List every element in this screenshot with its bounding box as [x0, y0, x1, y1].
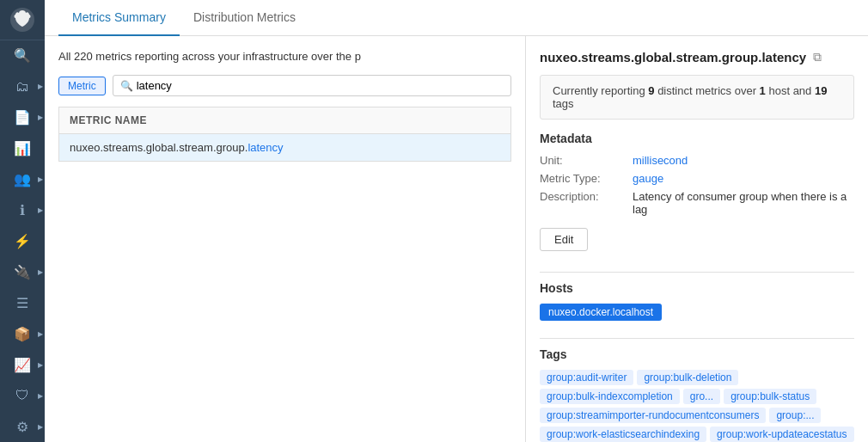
- sidebar-item-users[interactable]: 👥 ▶: [0, 164, 45, 195]
- tab-distribution-metrics[interactable]: Distribution Metrics: [180, 0, 309, 36]
- tabs-bar: Metrics Summary Distribution Metrics: [45, 0, 868, 36]
- sidebar-item-shield[interactable]: 🛡 ▶: [0, 380, 45, 411]
- unit-row: Unit: millisecond: [540, 154, 854, 167]
- unit-value[interactable]: millisecond: [633, 154, 688, 167]
- unit-label: Unit:: [540, 154, 626, 167]
- content-icon: 📄: [14, 109, 31, 126]
- distinct-count: 9: [648, 84, 654, 97]
- left-panel: All 220 metrics reporting across your in…: [45, 36, 526, 442]
- chevron-icon: ▶: [38, 175, 43, 183]
- metric-title: nuxeo.streams.global.stream.group.latenc…: [540, 50, 806, 64]
- tags-divider: [540, 338, 854, 339]
- chevron-icon: ▶: [38, 83, 43, 90]
- sidebar-item-monitor[interactable]: 📈 ▶: [0, 349, 45, 380]
- page-description: All 220 metrics reporting across your in…: [58, 50, 511, 63]
- metric-name-cell: nuxeo.streams.global.stream.group.latenc…: [59, 134, 511, 162]
- analytics-icon: 📊: [14, 140, 31, 157]
- integrations-icon: 🔌: [14, 264, 31, 280]
- sidebar-item-search[interactable]: 🔍: [0, 40, 45, 71]
- hosts-section-title: Hosts: [540, 281, 854, 295]
- metrics-table: METRIC NAME nuxeo.streams.global.stream.…: [58, 107, 511, 162]
- description-value: Latency of consumer group when there is …: [633, 190, 854, 216]
- sidebar: 🔍 🗂 ▶ 📄 ▶ 📊 👥 ▶ ℹ ▶ ⚡ 🔌 ▶ ☰ 📦 ▶ 📈 ▶ 🛡 ▶: [0, 0, 45, 442]
- metric-name-prefix: nuxeo.streams.global.stream.group.: [70, 141, 248, 154]
- sidebar-item-deploy[interactable]: 📦 ▶: [0, 318, 45, 349]
- tag-item[interactable]: group:bulk-deletion: [637, 370, 738, 385]
- sidebar-item-integrations[interactable]: 🔌 ▶: [0, 256, 45, 287]
- chevron-icon: ▶: [38, 423, 43, 431]
- metadata-section-title: Metadata: [540, 132, 854, 145]
- tag-item[interactable]: gro...: [683, 389, 720, 404]
- host-label: host and: [766, 84, 815, 97]
- main-content: Metrics Summary Distribution Metrics All…: [45, 0, 868, 442]
- metric-type-row: Metric Type: gauge: [540, 172, 854, 185]
- tag-item[interactable]: group:audit-writer: [540, 370, 633, 385]
- monitor-icon: 📈: [14, 357, 31, 373]
- host-count: 1: [760, 84, 766, 97]
- search-icon: 🔍: [14, 47, 31, 64]
- description-label: Description:: [540, 190, 626, 203]
- sidebar-item-content[interactable]: 📄 ▶: [0, 102, 45, 133]
- sidebar-item-settings[interactable]: ☰: [0, 287, 45, 318]
- search-bar: Metric 🔍: [58, 75, 511, 96]
- chevron-icon: ▶: [38, 114, 43, 121]
- copy-icon[interactable]: ⧉: [813, 50, 822, 64]
- chevron-icon: ▶: [38, 206, 43, 214]
- description-row: Description: Latency of consumer group w…: [540, 190, 854, 216]
- sidebar-item-info[interactable]: ℹ ▶: [0, 195, 45, 226]
- chevron-icon: ▶: [38, 268, 43, 276]
- tag-count: 19: [815, 84, 827, 97]
- content-area: All 220 metrics reporting across your in…: [45, 36, 868, 442]
- host-tag[interactable]: nuxeo.docker.localhost: [540, 304, 662, 321]
- reporting-info: Currently reporting 9 distinct metrics o…: [540, 75, 854, 120]
- tag-item[interactable]: group:...: [769, 408, 821, 423]
- chevron-icon: ▶: [38, 392, 43, 400]
- chevron-icon: ▶: [38, 361, 43, 369]
- settings-icon: ☰: [16, 295, 28, 311]
- activity-icon: ⚡: [14, 233, 31, 249]
- tag-item[interactable]: group:work-elasticsearchindexing: [540, 427, 706, 442]
- sidebar-item-activity[interactable]: ⚡: [0, 225, 45, 256]
- edit-button[interactable]: Edit: [540, 228, 588, 251]
- deploy-icon: 📦: [14, 326, 31, 342]
- sidebar-item-explore[interactable]: 🗂 ▶: [0, 71, 45, 102]
- sidebar-logo[interactable]: [0, 0, 45, 40]
- tags-section-title: Tags: [540, 347, 854, 361]
- search-input[interactable]: [137, 79, 504, 92]
- metric-title-row: nuxeo.streams.global.stream.group.latenc…: [540, 50, 854, 64]
- tags-list: group:audit-writergroup:bulk-deletiongro…: [540, 370, 854, 442]
- metadata-section: Metadata Unit: millisecond Metric Type: …: [540, 132, 854, 216]
- metric-name-highlight: latency: [248, 141, 283, 154]
- distinct-label: distinct metrics over: [655, 84, 760, 97]
- metric-type-value[interactable]: gauge: [633, 172, 663, 185]
- search-input-wrap[interactable]: 🔍: [113, 75, 511, 96]
- metric-badge: Metric: [58, 77, 106, 95]
- tag-item[interactable]: group:streamimporter-rundocumentconsumer…: [540, 408, 766, 423]
- users-icon: 👥: [14, 171, 31, 187]
- tab-metrics-summary[interactable]: Metrics Summary: [58, 0, 180, 36]
- tag-item[interactable]: group:work-updateacestatus: [710, 427, 853, 442]
- tag-item[interactable]: group:bulk-status: [724, 389, 816, 404]
- shield-icon: 🛡: [15, 388, 29, 403]
- info-icon: ℹ: [20, 202, 25, 218]
- search-icon: 🔍: [120, 80, 133, 92]
- tag-label: tags: [553, 97, 574, 110]
- explore-icon: 🗂: [15, 79, 29, 95]
- tag-item[interactable]: group:bulk-indexcompletion: [540, 389, 680, 404]
- right-panel: nuxeo.streams.global.stream.group.latenc…: [526, 36, 868, 442]
- reporting-prefix: Currently reporting: [553, 84, 648, 97]
- metric-name-column-header: METRIC NAME: [59, 107, 511, 134]
- table-row[interactable]: nuxeo.streams.global.stream.group.latenc…: [59, 134, 511, 162]
- sidebar-item-config[interactable]: ⚙ ▶: [0, 411, 45, 442]
- sidebar-item-analytics[interactable]: 📊: [0, 133, 45, 164]
- config-icon: ⚙: [16, 419, 28, 435]
- hosts-divider: [540, 272, 854, 273]
- chevron-icon: ▶: [38, 330, 43, 338]
- metric-type-label: Metric Type:: [540, 172, 626, 185]
